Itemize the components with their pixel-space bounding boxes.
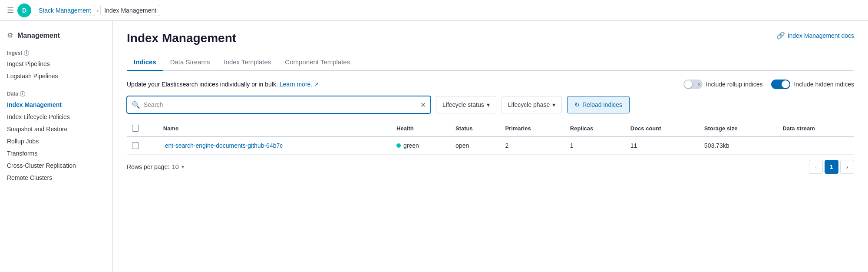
sidebar: ⚙ Management Ingest i Ingest Pipelines L… <box>0 21 113 272</box>
table-footer: Rows per page: 10 ▾ ‹ 1 › <box>127 155 854 179</box>
sidebar-item-cross-cluster[interactable]: Cross-Cluster Replication <box>0 159 112 172</box>
sidebar-item-remote-clusters[interactable]: Remote Clusters <box>0 172 112 184</box>
lifecycle-phase-chevron: ▾ <box>552 101 555 108</box>
th-name: Name <box>158 120 391 136</box>
lifecycle-phase-label: Lifecycle phase <box>508 101 550 108</box>
sidebar-item-transforms[interactable]: Transforms <box>0 147 112 159</box>
row-data-stream-cell <box>777 136 854 155</box>
tab-data-streams[interactable]: Data Streams <box>163 54 217 71</box>
row-status-cell: open <box>450 136 500 155</box>
sidebar-header: ⚙ Management <box>0 28 112 46</box>
sidebar-section-ingest: Ingest i <box>0 46 112 58</box>
lifecycle-phase-filter[interactable]: Lifecycle phase ▾ <box>502 96 562 113</box>
table-body: .ent-search-engine-documents-github-64b7… <box>127 136 854 155</box>
prev-page-button[interactable]: ‹ <box>809 160 823 174</box>
rows-per-page[interactable]: Rows per page: 10 ▾ <box>127 163 184 170</box>
primaries-value: 2 <box>505 142 508 149</box>
description-text: Update your Elasticsearch indices indivi… <box>127 81 319 88</box>
toggle-hidden-knob <box>782 80 789 88</box>
reload-label: Reload indices <box>582 101 622 108</box>
desc-main: Update your Elasticsearch indices indivi… <box>127 81 278 88</box>
health-dot-green <box>396 143 401 148</box>
reload-indices-button[interactable]: ↻ Reload indices <box>567 96 630 113</box>
toggle-rollup-group: Include rollup indices <box>683 80 763 89</box>
docs-count-value: 11 <box>630 142 637 149</box>
search-box[interactable]: 🔍 ✕ <box>127 96 431 113</box>
row-checkbox-cell <box>127 136 158 155</box>
data-info-icon: i <box>20 91 25 96</box>
sidebar-item-logstash-pipelines[interactable]: Logstash Pipelines <box>0 70 112 82</box>
toggle-rollup[interactable] <box>683 80 703 89</box>
description-bar: Update your Elasticsearch indices indivi… <box>127 80 854 89</box>
th-data-stream: Data stream <box>777 120 854 136</box>
toggle-hidden-group: Include hidden indices <box>771 80 854 89</box>
search-clear-icon[interactable]: ✕ <box>420 101 426 109</box>
row-replicas-cell: 1 <box>565 136 625 155</box>
lifecycle-status-label: Lifecycle status <box>442 101 484 108</box>
tab-index-templates[interactable]: Index Templates <box>217 54 278 71</box>
row-primaries-cell: 2 <box>500 136 564 155</box>
row-checkbox[interactable] <box>132 142 139 149</box>
sidebar-item-ingest-pipelines[interactable]: Ingest Pipelines <box>0 58 112 70</box>
health-display: green <box>396 142 445 149</box>
sidebar-item-index-management[interactable]: Index Management <box>0 99 112 111</box>
table-row: .ent-search-engine-documents-github-64b7… <box>127 136 854 155</box>
toggle-rollup-knob <box>684 80 692 88</box>
main-content: Index Management 🔗 Index Management docs… <box>113 21 868 272</box>
avatar: D <box>17 3 31 17</box>
rows-per-page-label: Rows per page: <box>127 163 169 170</box>
page-title: Index Management <box>127 31 236 45</box>
sidebar-item-index-lifecycle-policies[interactable]: Index Lifecycle Policies <box>0 111 112 123</box>
index-name-link[interactable]: .ent-search-engine-documents-github-64b7… <box>163 142 283 149</box>
docs-link-label: Index Management docs <box>788 32 854 39</box>
storage-size-value: 503.73kb <box>704 142 729 149</box>
th-health: Health <box>391 120 450 136</box>
breadcrumb-stack-management[interactable]: Stack Management <box>35 5 95 16</box>
row-docs-count-cell: 11 <box>625 136 699 155</box>
lifecycle-status-filter[interactable]: Lifecycle status ▾ <box>436 96 496 113</box>
indices-table: Name Health Status Primaries Replicas Do… <box>127 120 854 155</box>
tabs: Indices Data Streams Index Templates Com… <box>127 54 854 71</box>
layout: ⚙ Management Ingest i Ingest Pipelines L… <box>0 21 868 272</box>
gear-icon: ⚙ <box>7 31 13 40</box>
rows-per-page-chevron: ▾ <box>182 164 184 170</box>
rows-per-page-value: 10 <box>172 163 179 170</box>
next-page-button[interactable]: › <box>840 160 854 174</box>
th-primaries: Primaries <box>500 120 564 136</box>
row-storage-size-cell: 503.73kb <box>699 136 777 155</box>
page-1-button[interactable]: 1 <box>825 160 838 174</box>
toggle-rollup-label: Include rollup indices <box>706 81 763 88</box>
tab-indices[interactable]: Indices <box>127 54 163 71</box>
toggle-hidden[interactable] <box>771 80 790 89</box>
th-storage-size: Storage size <box>699 120 777 136</box>
tab-component-templates[interactable]: Component Templates <box>278 54 357 71</box>
search-icon: 🔍 <box>132 101 140 109</box>
docs-link-icon: 🔗 <box>776 31 785 40</box>
reload-icon: ↻ <box>574 101 580 108</box>
breadcrumb-separator: › <box>97 7 99 14</box>
row-name-cell: .ent-search-engine-documents-github-64b7… <box>158 136 391 155</box>
toggles: Include rollup indices Include hidden in… <box>683 80 854 89</box>
th-replicas: Replicas <box>565 120 625 136</box>
sidebar-section-data: Data i <box>0 87 112 99</box>
breadcrumb-index-management: Index Management <box>100 5 160 16</box>
row-health-cell: green <box>391 136 450 155</box>
search-input[interactable] <box>144 101 420 108</box>
select-all-checkbox[interactable] <box>132 125 139 132</box>
pagination: ‹ 1 › <box>809 160 854 174</box>
breadcrumb: Stack Management › Index Management <box>35 5 160 16</box>
menu-icon[interactable]: ☰ <box>7 6 14 15</box>
toolbar: 🔍 ✕ Lifecycle status ▾ Lifecycle phase ▾… <box>127 96 854 113</box>
docs-link[interactable]: 🔗 Index Management docs <box>776 31 854 40</box>
external-link-icon: ↗ <box>314 81 319 88</box>
toggle-hidden-label: Include hidden indices <box>794 81 854 88</box>
sidebar-item-rollup-jobs[interactable]: Rollup Jobs <box>0 135 112 147</box>
topbar: ☰ D Stack Management › Index Management <box>0 0 868 21</box>
learn-more-link[interactable]: Learn more. ↗ <box>280 81 319 88</box>
sidebar-item-snapshot-restore[interactable]: Snapshot and Restore <box>0 123 112 135</box>
sidebar-management-title: Management <box>17 32 60 40</box>
th-status: Status <box>450 120 500 136</box>
lifecycle-status-chevron: ▾ <box>487 101 490 108</box>
replicas-value: 1 <box>570 142 574 149</box>
health-value: green <box>403 142 419 149</box>
